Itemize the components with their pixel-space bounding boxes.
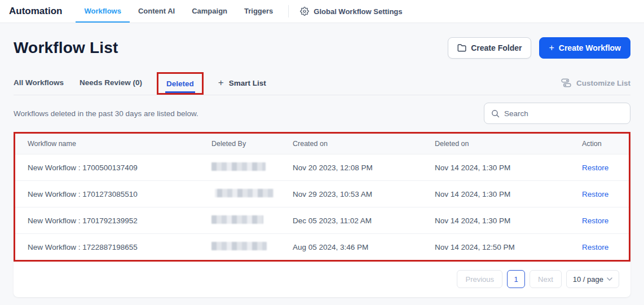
create-folder-label: Create Folder [471,43,522,52]
pagination: Previous 1 Next 10 / page [14,262,630,297]
deleted-by-cell [211,189,293,199]
created-on-cell: Nov 20 2023, 12:08 PM [293,163,435,172]
redacted-deleted-by [211,162,266,171]
restore-link[interactable]: Restore [582,190,608,198]
search-box[interactable] [484,103,630,124]
table-row: New Workflow : 1701273085510 Nov 29 2023… [15,180,629,207]
chevron-down-icon [607,277,612,281]
action-cell: Restore [582,190,629,198]
restore-link[interactable]: Restore [582,216,608,225]
nav-tab-campaign[interactable]: Campaign [183,0,236,23]
table-row: New Workflow : 1722887198655 Aug 05 2024… [15,233,629,260]
tab-all-workflows[interactable]: All Workflows [14,71,64,95]
redacted-deleted-by [215,189,274,197]
deleted-by-cell [211,162,293,173]
header-actions: Create Folder + Create Workflow [448,37,630,59]
restore-link[interactable]: Restore [582,163,608,172]
workflow-name-cell: New Workflow : 1701792139952 [15,216,211,225]
smart-list-button[interactable]: + Smart List [218,77,266,89]
column-header-deleted-on: Deleted on [435,140,582,148]
workflow-name-cell: New Workflow : 1700500137409 [15,163,211,172]
workflow-name-cell: New Workflow : 1701273085510 [15,190,211,198]
deleted-on-cell: Nov 14 2024, 1:30 PM [435,216,582,225]
created-on-cell: Nov 29 2023, 10:53 AM [293,190,435,198]
app-title: Automation [9,6,62,17]
annotation-box-deleted-tab: Deleted [157,72,204,95]
nav-tab-workflows[interactable]: Workflows [76,0,130,23]
action-cell: Restore [582,163,629,172]
search-icon [491,109,500,118]
restore-link[interactable]: Restore [582,243,608,251]
tab-needs-review[interactable]: Needs Review (0) [80,71,142,95]
table-row: New Workflow : 1701792139952 Dec 05 2023… [15,207,629,233]
page-size-label: 10 / page [573,275,603,284]
previous-page-button[interactable]: Previous [457,270,502,288]
column-header-action: Action [582,140,629,148]
customize-list-button[interactable]: Customize List [561,78,630,87]
page-number-button[interactable]: 1 [507,270,525,288]
table-header-row: Workflow name Deleted By Created on Dele… [15,134,629,154]
plus-icon: + [549,43,554,52]
customize-list-label: Customize List [576,79,630,87]
deleted-on-cell: Nov 14 2024, 1:30 PM [435,163,582,172]
deleted-by-cell [211,215,293,226]
global-workflow-settings-link[interactable]: Global Workflow Settings [295,0,407,23]
deleted-on-cell: Nov 14 2024, 1:30 PM [435,190,582,198]
nav-tab-triggers[interactable]: Triggers [236,0,281,23]
workflow-table-card: Workflow name Deleted By Created on Dele… [14,132,630,297]
action-cell: Restore [582,216,629,225]
action-cell: Restore [582,243,629,251]
deleted-on-cell: Nov 14 2024, 12:50 PM [435,243,582,251]
topbar-divider [288,5,289,17]
smart-list-label: Smart List [229,79,266,87]
create-workflow-button[interactable]: + Create Workflow [539,37,630,59]
redacted-deleted-by [211,215,263,224]
page-title: Workflow List [14,39,118,57]
sliders-icon [561,78,571,87]
top-navigation-bar: Automation Workflows Content AI Campaign… [0,0,644,23]
list-tabs: All Workflows Needs Review (0) Deleted +… [14,71,630,95]
deleted-by-cell [211,242,293,252]
create-workflow-label: Create Workflow [559,43,621,52]
folder-icon [457,44,466,52]
info-row: Workflows deleted in the past 30 days ar… [14,103,630,124]
column-header-workflow-name: Workflow name [15,140,211,148]
create-folder-button[interactable]: Create Folder [448,37,531,59]
page-size-select[interactable]: 10 / page [566,270,619,288]
tab-deleted[interactable]: Deleted [165,77,195,93]
global-workflow-settings-label: Global Workflow Settings [314,7,402,16]
column-header-deleted-by: Deleted By [211,140,293,148]
deleted-info-text: Workflows deleted in the past 30 days ar… [14,109,199,118]
redacted-deleted-by [211,242,267,250]
created-on-cell: Dec 05 2023, 11:02 AM [293,216,435,225]
nav-tab-content-ai[interactable]: Content AI [130,0,183,23]
workflow-name-cell: New Workflow : 1722887198655 [15,243,211,251]
table-row: New Workflow : 1700500137409 Nov 20 2023… [15,154,629,180]
gear-icon [300,7,309,16]
next-page-button[interactable]: Next [530,270,562,288]
annotation-box-table: Workflow name Deleted By Created on Dele… [14,132,630,262]
page-header: Workflow List Create Folder + Create Wor… [14,23,630,59]
created-on-cell: Aug 05 2024, 3:46 PM [293,243,435,251]
plus-icon: + [218,77,224,89]
search-input[interactable] [504,109,623,118]
column-header-created-on: Created on [293,140,435,148]
